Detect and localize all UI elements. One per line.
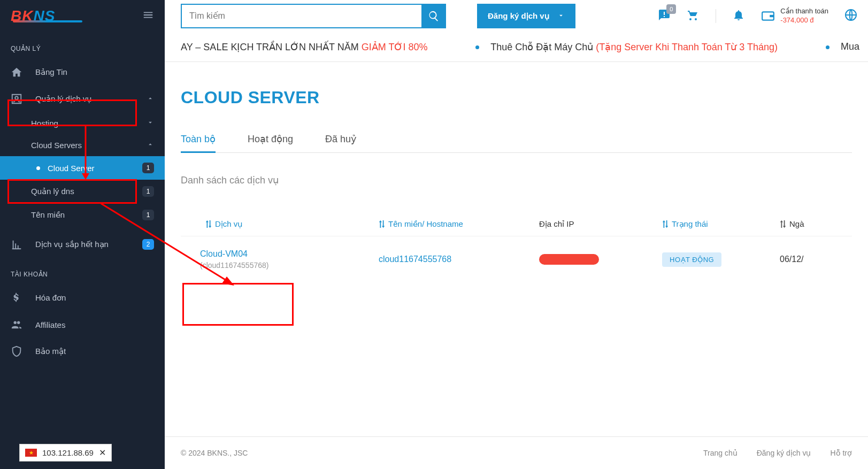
flag-vn-icon [25,449,37,457]
nav-hosting[interactable]: Hosting [0,112,165,134]
section-title-manage: QUẢN LÝ [0,32,165,59]
table-row: Cloud-VM04 (cloud11674555768) cloud11674… [181,236,852,282]
notifications-button[interactable] [732,9,745,24]
bullet-icon [475,45,479,49]
bullet-icon [826,45,829,49]
divider [716,9,716,23]
hostname-link[interactable]: cloud11674555768 [379,255,451,264]
sort-date[interactable]: Ngà [780,219,804,228]
copyright: © 2024 BKNS., JSC [181,449,248,457]
close-icon[interactable]: ✕ [99,448,106,458]
search-icon [428,10,440,22]
nav-affiliates[interactable]: Affiliates [0,311,165,338]
balance-amount: -374,000 đ [780,16,828,25]
top-icons: 0 Cần thanh toán -374,000 đ [658,7,857,25]
nav-expiring-count: 2 [142,239,154,250]
ticker-item[interactable]: Thuê Chỗ Đặt Máy Chủ (Tặng Server Khi Th… [475,41,778,53]
messages-button[interactable]: 0 [658,9,671,24]
page-title: CLOUD SERVER [181,88,852,107]
footer-link-home[interactable]: Trang chủ [703,449,738,457]
bullet-icon [36,166,40,170]
nav-cloud-server[interactable]: Cloud Server 1 [0,156,165,180]
chart-icon [11,239,22,250]
cart-button[interactable] [687,9,700,24]
page-body: CLOUD SERVER Toàn bộ Hoạt động Đã huỷ Da… [165,62,868,436]
shield-icon [11,345,22,357]
globe-icon [844,9,857,21]
ip-widget[interactable]: 103.121.88.69 ✕ [19,444,112,462]
nav-expiring[interactable]: Dịch vụ sắp hết hạn 2 [0,231,165,258]
balance-label: Cần thanh toán [780,7,828,16]
nav-cloud-servers[interactable]: Cloud Servers [0,134,165,156]
footer-link-support[interactable]: Hỗ trợ [830,449,852,457]
sort-status[interactable]: Trạng thái [662,219,708,229]
nav-services[interactable]: Quản lý dịch vụ [0,86,165,112]
chevron-down-icon [147,119,154,128]
service-id: (cloud11674555768) [200,261,379,270]
nav-affiliates-label: Affiliates [35,320,154,329]
sort-hostname[interactable]: Tên miền/ Hostname [379,219,463,229]
nav-dns-label: Quản lý dns [31,187,142,196]
nav-domain-count: 1 [142,210,154,220]
menu-toggle-icon[interactable] [142,9,154,23]
nav-cloud-server-label: Cloud Server [48,164,142,173]
language-button[interactable] [844,9,857,24]
chevron-up-icon [147,95,154,104]
nav-cloud-server-count: 1 [142,163,154,173]
cart-icon [687,9,700,21]
messages-count: 0 [666,4,676,14]
nav-invoice-label: Hóa đơn [35,293,154,303]
sidebar: BKNS QUẢN LÝ Bảng Tin Quản lý dịch vụ Ho… [0,0,165,469]
th-ip: Địa chỉ IP [539,219,574,228]
chevron-up-icon [147,141,154,150]
people-icon [11,319,22,330]
search [181,4,446,28]
list-title: Danh sách các dịch vụ [181,174,852,186]
nav-expiring-label: Dịch vụ sắp hết hạn [35,240,142,249]
nav-domain-label: Tên miền [31,210,142,220]
nav-dns[interactable]: Quản lý dns 1 [0,180,165,203]
sort-icon [662,220,669,228]
dollar-icon [11,292,22,304]
nav-domain[interactable]: Tên miền 1 [0,203,165,227]
ticker-item[interactable]: Mua [826,41,859,52]
ip-address: 103.121.88.69 [42,448,94,457]
search-input[interactable] [181,4,421,28]
register-service-button[interactable]: Đăng ký dịch vụ [477,4,575,28]
nav-dashboard[interactable]: Bảng Tin [0,59,165,86]
nav-security[interactable]: Bảo mật [0,338,165,365]
footer-link-register[interactable]: Đăng ký dịch vụ [757,449,811,457]
footer: © 2024 BKNS., JSC Trang chủ Đăng ký dịch… [165,436,868,469]
svg-rect-1 [770,15,774,17]
main: Đăng ký dịch vụ 0 Cần thanh [165,0,868,469]
sort-icon [379,220,385,228]
nav-invoice[interactable]: Hóa đơn [0,285,165,311]
ip-redacted [539,254,599,265]
tab-active[interactable]: Hoạt động [248,133,293,152]
bell-icon [732,9,745,21]
nav-dns-count: 1 [142,186,154,197]
tab-all[interactable]: Toàn bộ [181,133,216,152]
nav-cloud-servers-label: Cloud Servers [31,141,147,150]
service-name-link[interactable]: Cloud-VM04 [200,249,379,259]
tabs: Toàn bộ Hoạt động Đã huỷ [181,133,852,153]
sort-icon [780,220,786,228]
chevron-down-icon [557,12,565,21]
nav-dashboard-label: Bảng Tin [35,67,154,77]
date-cell: 06/12/ [780,255,833,264]
sort-service[interactable]: Dịch vụ [205,219,243,229]
nav-services-label: Quản lý dịch vụ [35,94,147,104]
topbar: Đăng ký dịch vụ 0 Cần thanh [165,0,868,32]
logo-underline [13,20,82,22]
home-icon [11,66,22,78]
ticker-item[interactable]: AY – SALE KỊCH TRẦN LỚN NHẤT NĂM GIẢM TỚ… [181,41,427,53]
tab-cancelled[interactable]: Đã huỷ [325,133,357,152]
balance[interactable]: Cần thanh toán -374,000 đ [761,7,828,25]
user-box-icon [11,93,22,105]
nav-security-label: Bảo mật [35,347,154,356]
register-service-label: Đăng ký dịch vụ [488,11,550,21]
search-button[interactable] [421,4,446,28]
nav-hosting-label: Hosting [31,119,147,128]
wallet-icon [761,9,775,23]
status-badge: HOẠT ĐỘNG [662,252,721,267]
